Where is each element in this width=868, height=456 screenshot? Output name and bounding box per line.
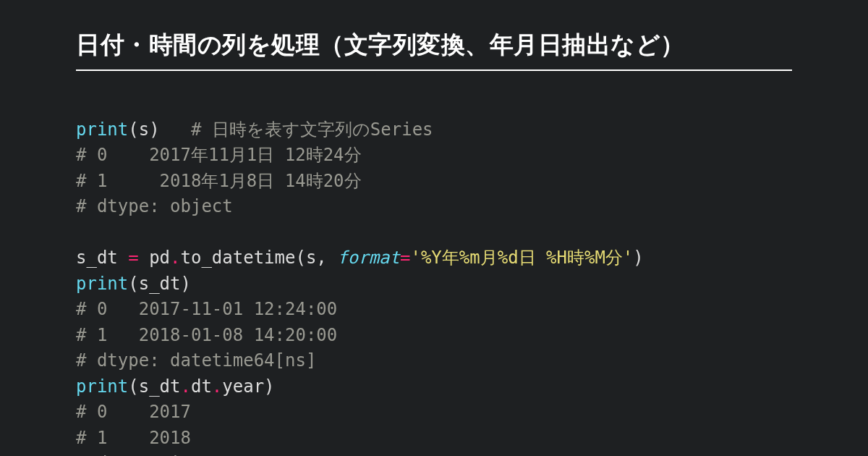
paren-open: ( <box>128 274 138 294</box>
arg: s, <box>306 248 337 268</box>
arg: s_dt <box>139 376 181 397</box>
comment: # dtype: object <box>76 196 233 216</box>
op-dot: . <box>170 248 180 268</box>
paren-open: ( <box>128 376 138 397</box>
comment: # dtype: int64 <box>76 453 222 456</box>
paren-open: ( <box>295 248 305 268</box>
code-block: print(s) # 日時を表す文字列のSeries # 0 2017年11月1… <box>76 91 792 456</box>
method: to_datetime <box>181 248 296 268</box>
comment: # 0 2017年11月1日 12時24分 <box>76 145 362 165</box>
comment: # 0 2017-11-01 12:24:00 <box>76 299 337 319</box>
paren-open: ( <box>128 119 138 140</box>
fn-print: print <box>76 274 128 294</box>
op-dot: . <box>181 376 191 397</box>
var: s_dt <box>76 248 128 268</box>
comment: # 1 2018 <box>76 428 191 448</box>
fn-print: print <box>76 376 128 397</box>
blank-line <box>76 222 86 242</box>
paren-close: ) <box>149 119 159 140</box>
comment: # 日時を表す文字列のSeries <box>191 119 433 140</box>
paren-close: ) <box>633 248 643 268</box>
string: '%Y年%m月%d日 %H時%M分' <box>410 248 633 268</box>
comment: # dtype: datetime64[ns] <box>76 350 316 371</box>
arg: s_dt <box>139 274 181 294</box>
code-line: print(s_dt) <box>76 274 191 294</box>
paren-close: ) <box>264 376 274 397</box>
op-eq: = <box>400 248 410 268</box>
attr: dt <box>191 376 212 397</box>
comment: # 1 2018-01-08 14:20:00 <box>76 325 337 345</box>
space <box>160 119 191 140</box>
comment: # 1 2018年1月8日 14時20分 <box>76 171 362 191</box>
page-title: 日付・時間の列を処理（文字列変換、年月日抽出など） <box>76 29 792 71</box>
code-line: print(s_dt.dt.year) <box>76 376 275 397</box>
attr: year <box>222 376 264 397</box>
op-eq: = <box>128 248 138 268</box>
kwarg: format <box>337 248 400 268</box>
code-line: s_dt = pd.to_datetime(s, format='%Y年%m月%… <box>76 248 644 268</box>
code-line: print(s) # 日時を表す文字列のSeries <box>76 119 433 140</box>
arg: s <box>139 119 149 140</box>
paren-close: ) <box>181 274 191 294</box>
module: pd <box>139 248 170 268</box>
fn-print: print <box>76 119 128 140</box>
comment: # 0 2017 <box>76 402 191 422</box>
op-dot: . <box>212 376 222 397</box>
